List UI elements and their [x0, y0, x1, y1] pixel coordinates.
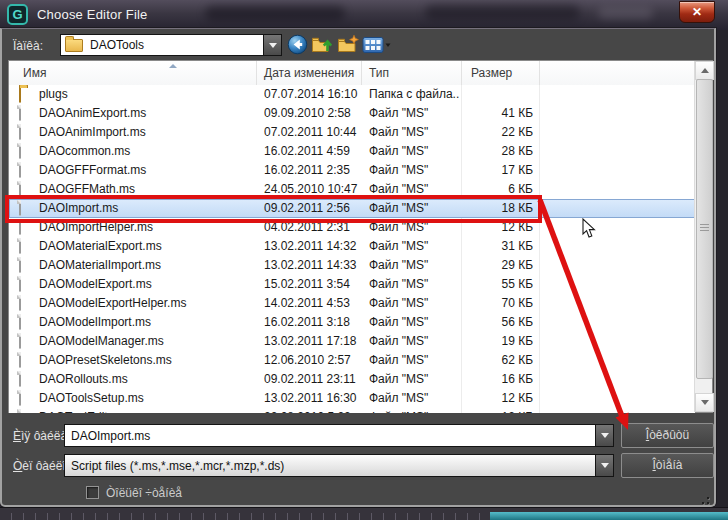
cancel-button[interactable]: Îòìåíà: [621, 453, 714, 478]
file-date: 09.09.2010 2:58: [264, 104, 360, 123]
3dsmax-logo-icon: G: [7, 4, 28, 25]
file-size: 22 КБ: [449, 123, 533, 142]
file-date: 22.08.2010 5:22: [264, 408, 360, 413]
file-row[interactable]: DAOGFFFormat.ms 16.02.2011 2:35 Файл "MS…: [9, 161, 695, 180]
open-button[interactable]: Îòêðûòü: [621, 423, 714, 448]
column-header-label: Дата изменения: [256, 66, 354, 80]
file-row[interactable]: DAOModelExport.ms 15.02.2011 3:54 Файл "…: [9, 275, 695, 294]
file-icon: [19, 333, 21, 349]
file-name: plugs: [39, 85, 251, 104]
file-size: 56 КБ: [449, 313, 533, 332]
file-list: Имя Дата изменения Тип Размер plugs 07.0…: [8, 60, 713, 413]
file-icon: [19, 162, 21, 178]
filetype-dropdown-button[interactable]: [595, 455, 613, 476]
resize-grip[interactable]: [699, 494, 709, 504]
column-header-size[interactable]: Размер: [461, 61, 540, 85]
file-list-rows: plugs 07.07.2014 16:10 Папка с файла... …: [9, 85, 695, 413]
file-date: 13.02.2011 17:18: [264, 332, 360, 351]
file-row[interactable]: DAOModelExportHelper.ms 14.02.2011 4:53 …: [9, 294, 695, 313]
column-header-name[interactable]: Имя: [9, 61, 257, 85]
file-size: 12 КБ: [449, 389, 533, 408]
file-date: 14.02.2011 4:53: [264, 294, 360, 313]
view-menu-button[interactable]: [362, 36, 391, 54]
close-button[interactable]: ✕: [679, 1, 715, 23]
file-name: DAOModelManager.ms: [39, 332, 251, 351]
file-date: 16.02.2011 4:59: [264, 142, 360, 161]
file-icon: [19, 352, 21, 368]
open-button-label: Îòêðûòü: [646, 424, 689, 447]
folder-dropdown-button[interactable]: [263, 35, 281, 55]
file-row[interactable]: plugs 07.07.2014 16:10 Папка с файла...: [9, 85, 695, 104]
file-row[interactable]: DAOToolsSetup.ms 13.02.2011 16:30 Файл "…: [9, 389, 695, 408]
file-type: Файл "MS": [369, 370, 459, 389]
file-row[interactable]: DAOPresetSkeletons.ms 12.06.2010 2:57 Фа…: [9, 351, 695, 370]
file-type: Файл "MS": [369, 142, 459, 161]
background-blur-smudge: [425, 5, 580, 20]
file-date: 09.02.2011 23:11: [264, 370, 360, 389]
list-header: Имя Дата изменения Тип Размер: [9, 61, 695, 86]
file-type: Файл "MS": [369, 256, 459, 275]
file-row[interactable]: DAOToolEdit.ms 22.08.2010 5:22 Файл "MS"…: [9, 408, 695, 413]
window-title: Choose Editor File: [37, 7, 148, 22]
create-new-folder-button[interactable]: [337, 34, 360, 55]
file-name: DAOMaterialExport.ms: [39, 237, 251, 256]
readonly-checkbox[interactable]: [86, 486, 99, 499]
file-type: Файл "MS": [369, 389, 459, 408]
file-type: Файл "MS": [369, 123, 459, 142]
filename-label: Èìÿ ôàéëà:: [13, 429, 70, 443]
file-date: 15.02.2011 3:54: [264, 275, 360, 294]
file-icon: [19, 276, 21, 292]
chevron-down-icon: [269, 43, 277, 48]
file-date: 07.02.2011 10:44: [264, 123, 360, 142]
file-size: 29 КБ: [449, 256, 533, 275]
file-icon: [19, 371, 21, 387]
file-icon: [19, 124, 21, 140]
file-icon: [19, 238, 21, 254]
up-folder-icon: [311, 34, 334, 55]
folder-icon: [65, 39, 83, 52]
file-date: 07.07.2014 16:10: [264, 85, 360, 104]
file-type: Файл "MS": [369, 294, 459, 313]
file-type: Файл "MS": [369, 275, 459, 294]
column-header-type[interactable]: Тип: [361, 61, 462, 85]
scrollbar-thumb[interactable]: [696, 79, 713, 379]
file-type: Файл "MS": [369, 351, 459, 370]
filetype-combobox[interactable]: Script files (*.ms,*.mse,*.mcr,*.mzp,*.d…: [64, 454, 614, 477]
file-date: 13.02.2011 14:33: [264, 256, 360, 275]
file-row[interactable]: DAORollouts.ms 09.02.2011 23:11 Файл "MS…: [9, 370, 695, 389]
file-size: 19 КБ: [449, 332, 533, 351]
vertical-scrollbar[interactable]: [694, 61, 712, 412]
chevron-down-icon: [601, 433, 609, 438]
file-type: Файл "MS": [369, 161, 459, 180]
readonly-label: Òîëüêî ÷òåíèå: [106, 486, 182, 500]
file-icon: [19, 143, 21, 159]
file-date: 13.02.2011 16:30: [264, 389, 360, 408]
file-date: 16.02.2011 3:18: [264, 313, 360, 332]
column-header-date[interactable]: Дата изменения: [256, 61, 362, 85]
file-row[interactable]: DAOAnimExport.ms 09.09.2010 2:58 Файл "M…: [9, 104, 695, 123]
file-row[interactable]: DAOcommon.ms 16.02.2011 4:59 Файл "MS" 2…: [9, 142, 695, 161]
file-row[interactable]: DAOMaterialExport.ms 13.02.2011 14:32 Фа…: [9, 237, 695, 256]
new-folder-icon: [337, 34, 360, 55]
column-header-label: Тип: [361, 66, 389, 80]
scroll-down-button[interactable]: [695, 393, 714, 412]
file-type: Файл "MS": [369, 408, 459, 413]
file-row[interactable]: DAOModelManager.ms 13.02.2011 17:18 Файл…: [9, 332, 695, 351]
up-one-level-button[interactable]: [311, 34, 334, 55]
file-icon: [19, 390, 21, 406]
file-type: Файл "MS": [369, 237, 459, 256]
filename-dropdown-button[interactable]: [595, 425, 613, 446]
file-row[interactable]: DAOMaterialImport.ms 13.02.2011 14:33 Фа…: [9, 256, 695, 275]
close-icon: ✕: [692, 5, 702, 19]
file-icon: [19, 314, 21, 330]
file-name: DAOModelExport.ms: [39, 275, 251, 294]
filetype-value: Script files (*.ms,*.mse,*.mcr,*.mzp,*.d…: [65, 459, 595, 473]
folder-combobox[interactable]: DAOTools: [60, 34, 282, 56]
file-row[interactable]: DAOModelImport.ms 16.02.2011 3:18 Файл "…: [9, 313, 695, 332]
filename-input[interactable]: DAOImport.ms: [64, 424, 614, 447]
sort-ascending-icon: [169, 64, 177, 68]
scroll-up-button[interactable]: [695, 61, 714, 80]
file-row[interactable]: DAOAnimImport.ms 07.02.2011 10:44 Файл "…: [9, 123, 695, 142]
views-icon: [362, 36, 391, 54]
back-button[interactable]: [287, 34, 308, 55]
